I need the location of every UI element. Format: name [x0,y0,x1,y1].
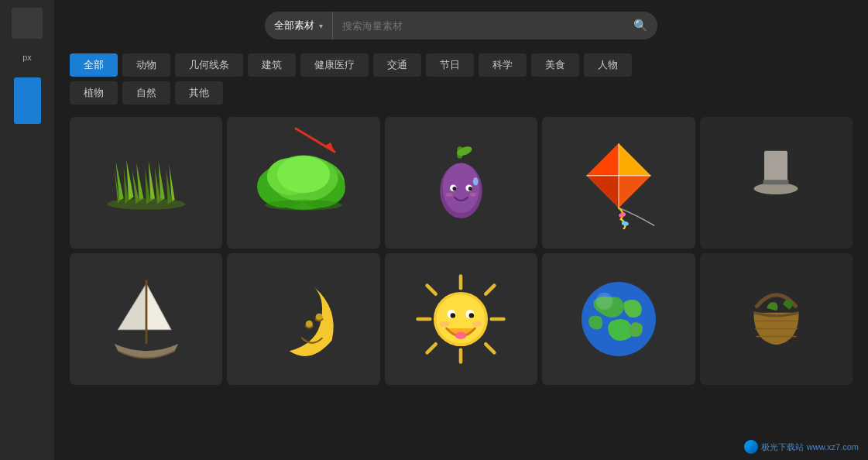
grass-illustration [104,152,189,214]
svg-point-20 [265,199,341,210]
search-icon[interactable]: 🔍 [633,19,648,33]
svg-point-29 [452,187,456,191]
main-content: 全部素材 ▾ 🔍 全部 动物 几何线条 建筑 健康医疗 交通 节日 科学 美食 … [54,0,868,460]
sidebar-block-1 [12,8,43,39]
grid-item-hat[interactable] [700,117,853,249]
svg-point-65 [455,332,467,339]
svg-point-63 [451,313,455,318]
bush-illustration [257,150,350,216]
watermark-url: www.xz7.com [807,442,859,451]
filter-tab-architecture[interactable]: 建筑 [248,53,296,77]
svg-marker-47 [146,283,171,330]
svg-marker-35 [619,143,651,176]
dropdown-label: 全部素材 [274,19,314,33]
svg-point-30 [468,187,472,191]
filter-tab-all[interactable]: 全部 [70,53,118,77]
filter-tab-plant[interactable]: 植物 [70,81,118,105]
filter-tab-other[interactable]: 其他 [175,81,223,105]
filter-tab-science[interactable]: 科学 [479,53,527,77]
grid-item-sun[interactable] [385,253,537,385]
boat-illustration [104,273,189,366]
filter-tabs-row2: 植物 自然 其他 [70,81,853,105]
grid-item-boat[interactable] [70,253,222,385]
svg-marker-38 [619,176,651,208]
filter-tab-food[interactable]: 美食 [531,53,579,77]
search-input-wrapper: 🔍 [332,12,657,39]
svg-line-56 [486,344,495,352]
svg-marker-46 [118,283,146,330]
filter-tab-people[interactable]: 人物 [584,53,632,77]
svg-point-66 [440,321,450,327]
hat-illustration [753,140,799,225]
grid-item-basket[interactable] [700,253,853,385]
svg-line-55 [427,286,436,294]
svg-marker-36 [586,143,619,176]
svg-marker-37 [586,176,619,208]
svg-point-69 [595,293,612,310]
kite-illustration [572,136,665,229]
svg-point-32 [470,193,477,197]
left-sidebar: px [0,0,54,460]
svg-point-12 [107,198,185,210]
svg-point-42 [621,221,629,226]
svg-line-21 [296,129,335,152]
grid-item-kite[interactable] [542,117,695,249]
watermark-text: 极光下载站 [761,441,804,453]
svg-marker-1 [115,162,123,201]
basket-illustration [747,276,805,362]
search-dropdown[interactable]: 全部素材 ▾ [265,12,332,39]
search-bar: 全部素材 ▾ 🔍 [70,12,853,39]
search-input[interactable] [342,20,633,32]
watermark-logo [744,440,758,454]
svg-point-64 [469,313,474,318]
svg-line-57 [486,286,495,294]
chevron-down-icon: ▾ [319,22,323,30]
sun-illustration [414,273,507,366]
moon-illustration [261,273,346,366]
grid-item-moon[interactable] [227,253,379,385]
filter-tab-animal[interactable]: 动物 [122,53,170,77]
svg-point-19 [277,156,331,193]
filter-tab-nature[interactable]: 自然 [122,81,170,105]
eggplant-illustration [428,140,494,225]
filter-tab-health[interactable]: 健康医疗 [300,53,369,77]
sidebar-blue-block [14,77,41,124]
grid-item-bush[interactable] [227,117,379,249]
earth-illustration [572,273,665,366]
svg-point-31 [446,193,453,197]
grid-item-eggplant[interactable] [385,117,537,249]
sidebar-px-label: px [22,53,32,62]
filter-tab-transport[interactable]: 交通 [373,53,421,77]
grid-item-earth[interactable] [542,253,695,385]
watermark: 极光下载站 www.xz7.com [744,440,859,454]
svg-rect-45 [763,180,789,184]
svg-point-67 [472,321,482,327]
svg-line-58 [427,344,436,352]
grid-item-grass[interactable] [70,117,222,249]
filter-tabs-row1: 全部 动物 几何线条 建筑 健康医疗 交通 节日 科学 美食 人物 [70,53,853,77]
filter-tab-holiday[interactable]: 节日 [426,53,474,77]
filter-tab-geometry[interactable]: 几何线条 [175,53,243,77]
svg-point-26 [443,163,480,214]
svg-point-33 [473,177,479,185]
asset-grid [70,117,853,385]
